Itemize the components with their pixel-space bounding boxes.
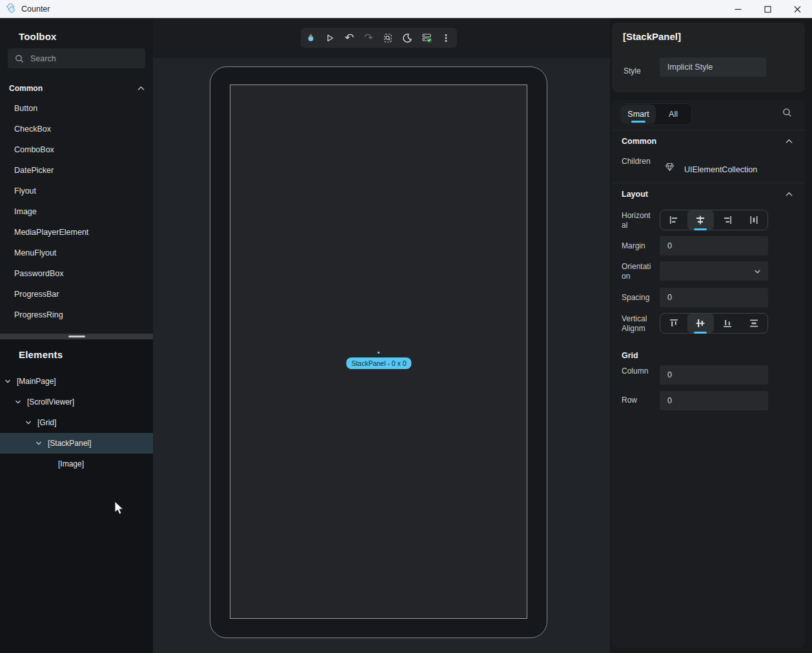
column-label: Column bbox=[622, 367, 653, 376]
minimize-icon bbox=[735, 6, 742, 13]
mouse-cursor bbox=[114, 501, 125, 516]
section-grid-title: Grid bbox=[622, 351, 638, 360]
toolbox-item-passwordbox[interactable]: PasswordBox bbox=[0, 263, 153, 284]
collection-gem-icon bbox=[665, 163, 675, 172]
margin-label: Margin bbox=[622, 241, 655, 251]
stretch-horizontal-button[interactable] bbox=[741, 210, 768, 230]
diagnostics-check-icon[interactable] bbox=[417, 28, 436, 48]
inspector-tabs: Smart All bbox=[620, 103, 692, 125]
maximize-icon bbox=[764, 6, 771, 13]
row-label: Row bbox=[622, 396, 655, 405]
align-left-button[interactable] bbox=[660, 210, 687, 230]
play-icon[interactable] bbox=[320, 28, 340, 48]
designer-toolbar: ↶ ↷ bbox=[301, 28, 457, 48]
inspector-header-card: [StackPanel] Style bbox=[612, 23, 805, 92]
panel-splitter[interactable] bbox=[0, 334, 153, 339]
tab-smart-label: Smart bbox=[627, 110, 649, 119]
align-right-button[interactable] bbox=[714, 210, 741, 230]
stretch-vertical-button[interactable] bbox=[741, 314, 768, 333]
selected-element-name: [StackPanel] bbox=[623, 31, 681, 42]
chevron-up-icon[interactable] bbox=[785, 190, 793, 199]
selected-align-underline bbox=[694, 332, 707, 334]
tree-label: [Image] bbox=[58, 459, 84, 468]
toolbox-item-button[interactable]: Button bbox=[0, 98, 153, 119]
chevron-down-icon[interactable] bbox=[14, 398, 22, 406]
toolbox-item-menuflyout[interactable]: MenuFlyout bbox=[0, 243, 153, 263]
tree-row-image[interactable]: [Image] bbox=[0, 454, 153, 474]
spacing-label: Spacing bbox=[622, 293, 655, 303]
row-input[interactable] bbox=[660, 391, 768, 410]
toolbox-item-combobox[interactable]: ComboBox bbox=[0, 139, 153, 160]
divider bbox=[612, 183, 805, 183]
more-options-icon[interactable] bbox=[436, 28, 456, 48]
hot-reload-flame-icon[interactable] bbox=[301, 28, 320, 48]
app-logo-icon bbox=[5, 3, 16, 14]
titlebar: Counter bbox=[0, 0, 812, 18]
vertical-alignment-label: Vertical Alignm bbox=[622, 314, 655, 334]
elements-panel: Elements [MainPage] [ScrollViewer] [Grid… bbox=[0, 339, 153, 653]
toolbox-item-flyout[interactable]: Flyout bbox=[0, 181, 153, 201]
tree-label: [StackPanel] bbox=[48, 439, 91, 448]
column-input[interactable] bbox=[660, 365, 768, 385]
tab-all[interactable]: All bbox=[656, 105, 691, 124]
close-button[interactable] bbox=[782, 0, 812, 18]
toolbox-panel: Toolbox Common Button CheckBox ComboBox … bbox=[0, 18, 153, 334]
toolbox-section-common[interactable]: Common bbox=[9, 83, 145, 94]
vertical-alignment-group bbox=[660, 313, 768, 334]
margin-input[interactable] bbox=[660, 236, 768, 256]
undo-icon[interactable]: ↶ bbox=[340, 28, 359, 48]
close-icon bbox=[794, 6, 801, 13]
selection-badge: StackPanel - 0 x 0 bbox=[346, 357, 411, 369]
inspector-properties-card: Smart All Common Children UIElementColle… bbox=[612, 100, 805, 648]
align-top-button[interactable] bbox=[660, 314, 687, 333]
search-input[interactable] bbox=[30, 54, 145, 63]
maximize-button[interactable] bbox=[753, 0, 782, 18]
section-layout-title: Layout bbox=[622, 190, 648, 199]
toolbox-item-image[interactable]: Image bbox=[0, 201, 153, 222]
chevron-up-icon[interactable] bbox=[137, 85, 145, 93]
toolbox-item-mediaplayerelement[interactable]: MediaPlayerElement bbox=[0, 222, 153, 243]
orientation-label: Orientation bbox=[622, 262, 653, 281]
toolbox-title: Toolbox bbox=[19, 31, 57, 42]
chevron-down-icon[interactable] bbox=[25, 419, 32, 427]
style-input[interactable] bbox=[660, 57, 766, 77]
selection-anchor-dot bbox=[378, 352, 380, 354]
divider bbox=[612, 130, 805, 130]
tree-label: [Grid] bbox=[37, 418, 56, 427]
properties-search-icon[interactable] bbox=[782, 108, 792, 117]
toolbox-item-progressbar[interactable]: ProgressBar bbox=[0, 284, 153, 305]
toolbox-item-progressring[interactable]: ProgressRing bbox=[0, 305, 153, 325]
children-value[interactable]: UIElementCollection bbox=[684, 165, 757, 174]
chevron-down-icon bbox=[753, 267, 762, 276]
tree-row-stackpanel[interactable]: [StackPanel] bbox=[0, 433, 153, 454]
spacing-input[interactable] bbox=[660, 288, 768, 307]
tree-row-scrollviewer[interactable]: [ScrollViewer] bbox=[0, 392, 153, 412]
active-tab-underline bbox=[631, 121, 645, 123]
chevron-up-icon[interactable] bbox=[785, 137, 793, 146]
align-center-horizontal-button[interactable] bbox=[687, 210, 715, 230]
toolbox-item-checkbox[interactable]: CheckBox bbox=[0, 119, 153, 139]
splitter-handle-icon bbox=[68, 336, 85, 337]
zoom-region-icon[interactable] bbox=[378, 28, 398, 48]
tree-row-grid[interactable]: [Grid] bbox=[0, 412, 153, 433]
redo-icon[interactable]: ↷ bbox=[359, 28, 378, 48]
chevron-down-icon[interactable] bbox=[4, 377, 12, 385]
tab-smart[interactable]: Smart bbox=[621, 105, 656, 124]
align-center-vertical-button[interactable] bbox=[687, 314, 715, 333]
search-icon bbox=[15, 54, 24, 63]
orientation-select[interactable] bbox=[660, 261, 768, 281]
section-common-title: Common bbox=[622, 137, 656, 146]
horizontal-alignment-group bbox=[660, 210, 768, 230]
tree-label: [MainPage] bbox=[17, 377, 56, 386]
tab-all-label: All bbox=[669, 110, 678, 119]
toolbox-search[interactable] bbox=[8, 48, 145, 68]
horizontal-alignment-label: Horizontal bbox=[622, 211, 651, 230]
tree-row-mainpage[interactable]: [MainPage] bbox=[0, 371, 153, 392]
dark-theme-moon-icon[interactable] bbox=[398, 28, 417, 48]
align-bottom-button[interactable] bbox=[714, 314, 741, 333]
minimize-button[interactable] bbox=[723, 0, 753, 18]
style-label: Style bbox=[624, 66, 641, 75]
chevron-down-icon[interactable] bbox=[35, 439, 43, 447]
app-title: Counter bbox=[21, 5, 50, 14]
toolbox-item-datepicker[interactable]: DatePicker bbox=[0, 160, 153, 181]
